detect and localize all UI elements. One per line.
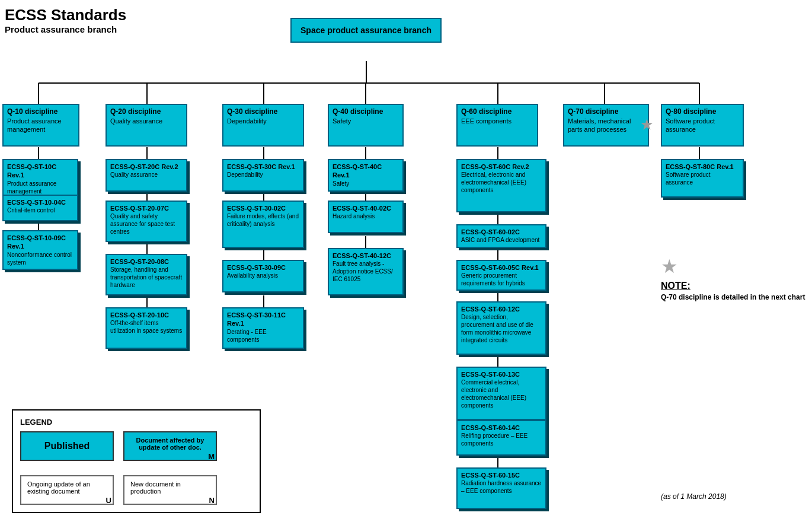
standard-q-st-20-08c: ECSS-Q-ST-20-08C Storage, handling and t…	[106, 254, 187, 295]
standard-q-st-40-02c: ECSS-Q-ST-40-02C Hazard analysis	[328, 201, 404, 233]
discipline-q30: Q-30 discipline Dependability	[222, 104, 304, 147]
root-box: Space product assurance branch	[290, 18, 442, 43]
discipline-q60: Q-60 discipline EEE components	[456, 104, 538, 147]
discipline-q10: Q-10 discipline Product assurance manage…	[2, 104, 79, 147]
standard-q-st-60-05c: ECSS-Q-ST-60-05C Rev.1 Generic procureme…	[456, 260, 546, 291]
page-title: ECSS Standards Product assurance branch	[5, 6, 126, 34]
standard-q-st-60c: ECSS-Q-ST-60C Rev.2 Electrical, electron…	[456, 159, 546, 212]
legend-ongoing: Ongoing update of an existing document U	[20, 475, 114, 505]
standard-q-st-30-02c: ECSS-Q-ST-30-02C Failure modes, effects …	[222, 201, 304, 248]
legend-doc-affected: Document affected by update of other doc…	[123, 431, 217, 461]
standard-q-st-20-10c: ECSS-Q-ST-20-10C Off-the-shelf items uti…	[106, 307, 187, 349]
main-subtitle: Product assurance branch	[5, 24, 126, 34]
standard-q-st-10-04c: ECSS-Q-ST-10-04C Critial-item control	[2, 195, 78, 221]
marker-n: N	[209, 496, 215, 505]
standard-q-st-30c: ECSS-Q-ST-30C Rev.1 Dependability	[222, 159, 304, 192]
discipline-q80: Q-80 discipline Software product assuran…	[661, 104, 744, 147]
standard-q-st-40c: ECSS-Q-ST-40C Rev.1 Safety	[328, 159, 404, 192]
q70-note: ★ NOTE: Q-70 discipline is detailed in t…	[661, 255, 805, 302]
standard-q-st-60-02c: ECSS-Q-ST-60-02C ASIC and FPGA developme…	[456, 224, 546, 248]
standard-q-st-30-11c: ECSS-Q-ST-30-11C Rev.1 Derating - EEE co…	[222, 307, 304, 349]
footer-date: (as of 1 March 2018)	[661, 492, 727, 501]
standard-q-st-40-12c: ECSS-Q-ST-40-12C Fault tree analysis - A…	[328, 248, 404, 295]
standard-q-st-80c: ECSS-Q-ST-80C Rev.1 Software product ass…	[661, 159, 744, 198]
standard-q-st-60-13c: ECSS-Q-ST-60-13C Commercial electrical, …	[456, 367, 546, 420]
standard-q-st-60-14c: ECSS-Q-ST-60-14C Relifing procedure – EE…	[456, 420, 546, 456]
standard-q-st-10-09c: ECSS-Q-ST-10-09C Rev.1 Nonconformance co…	[2, 230, 78, 270]
legend-title: LEGEND	[20, 418, 252, 427]
standard-q-st-20c: ECSS-Q-ST-20C Rev.2 Quality assurance	[106, 159, 187, 192]
q70-note-text: NOTE: Q-70 discipline is detailed in the…	[661, 281, 805, 302]
standard-q-st-10c: ECSS-Q-ST-10C Rev.1 Product assurance ma…	[2, 159, 78, 199]
legend-new-doc: New document in production N	[123, 475, 217, 505]
discipline-q70: Q-70 discipline Materials, mechanical pa…	[563, 104, 649, 147]
standard-q-st-30-09c: ECSS-Q-ST-30-09C Availability analysis	[222, 260, 304, 292]
standard-q-st-20-07c: ECSS-Q-ST-20-07C Quality and safety assu…	[106, 201, 187, 242]
marker-m: M	[208, 452, 215, 461]
standard-q-st-60-12c: ECSS-Q-ST-60-12C Design, selection, proc…	[456, 301, 546, 355]
standard-q-st-60-15c: ECSS-Q-ST-60-15C Radiation hardness assu…	[456, 467, 546, 509]
discipline-q40: Q-40 discipline Safety	[328, 104, 404, 147]
legend-box: LEGEND Published Document affected by up…	[12, 409, 261, 513]
main-title: ECSS Standards	[5, 6, 126, 24]
discipline-q20: Q-20 discipline Quality assurance	[106, 104, 187, 147]
legend-published: Published	[20, 431, 114, 461]
star-icon: ★	[661, 256, 678, 277]
marker-u: U	[106, 496, 111, 505]
